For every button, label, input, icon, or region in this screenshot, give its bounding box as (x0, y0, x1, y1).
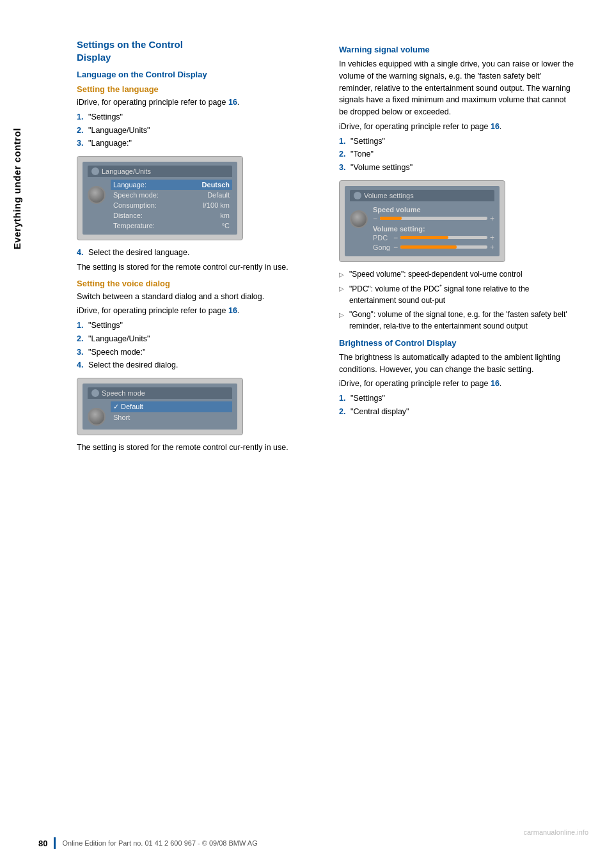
language-row-consumption: Consumption:l/100 km (111, 200, 232, 210)
gong-bar-row: Gong − + (373, 243, 494, 252)
voice-dialog-intro: Switch between a standard dialog and a s… (77, 291, 313, 303)
language-units-screen: Language/Units Language:Deutsch Speech m… (77, 156, 243, 240)
voice-step-4: 4.Select the desired dialog. (77, 359, 313, 371)
voice-dialog-steps-list: 1."Settings" 2."Language/Units" 3."Speec… (77, 320, 313, 371)
language-row-deutsch: Language:Deutsch (111, 180, 232, 190)
speed-volume-label: Speed volume (373, 206, 494, 213)
language-steps-list: 1."Settings" 2."Language/Units" 3."Langu… (77, 111, 313, 150)
screen1-title: Language/Units (102, 167, 151, 175)
language-step-3: 3."Language:" (77, 137, 313, 150)
language-row-speech: Speech mode:Default (111, 190, 232, 200)
language-row-distance: Distance:km (111, 210, 232, 221)
voice-dialog-idrive: iDrive, for operating principle refer to… (77, 305, 313, 317)
page-footer: 80 Online Edition for Part no. 01 41 2 6… (0, 837, 614, 849)
screen3-knob (350, 210, 368, 228)
page-number: 80 (38, 839, 47, 848)
setting-language-title: Setting the language (77, 84, 313, 94)
brightness-title: Brightness of Control Display (339, 338, 576, 348)
pdc-vol-bar (400, 236, 487, 239)
screen1-table: Language:Deutsch Speech mode:Default Con… (111, 180, 232, 231)
speech-mode-default: Default (111, 401, 232, 412)
stored-text-1: The setting is stored for the remote con… (77, 261, 313, 274)
warning-para1: In vehicles equipped with a single drive… (339, 58, 576, 118)
page-ref-language[interactable]: 16 (228, 98, 237, 107)
screen3-title: Volume settings (364, 192, 414, 199)
voice-dialog-title: Setting the voice dialog (77, 279, 313, 288)
page-ref-warning[interactable]: 16 (491, 122, 500, 131)
screen2-icon (91, 389, 99, 397)
page-ref-voice[interactable]: 16 (228, 306, 237, 315)
gong-vol-bar (400, 245, 487, 249)
section-title: Settings on the Control Display (77, 38, 313, 63)
gong-vol-minus: − (393, 243, 398, 252)
brightness-para: The brightness is automatically adapted … (339, 352, 576, 376)
speech-mode-screen: Speech mode Default Short (77, 378, 243, 435)
speed-volume-bar-row: − + (373, 214, 494, 223)
stored-text-2: The setting is stored for the remote con… (77, 442, 313, 454)
pdc-vol-minus: − (393, 233, 398, 242)
speed-vol-plus: + (490, 214, 494, 223)
brightness-idrive: iDrive, for operating principle refer to… (339, 378, 576, 390)
brightness-step-2: 2."Central display" (339, 406, 576, 418)
bullet-speed-volume: "Speed volume": speed-dependent vol-ume … (339, 268, 576, 280)
pdc-bar-row: PDC − + (373, 233, 494, 242)
pdc-label: PDC (373, 234, 391, 242)
language-row-temperature: Temperature:°C (111, 221, 232, 231)
speech-mode-short: Short (111, 412, 232, 422)
voice-step-2: 2."Language/Units" (77, 333, 313, 345)
screen2-knob (88, 408, 106, 426)
volume-setting-label: Volume setting: (373, 225, 494, 233)
warning-title: Warning signal volume (339, 45, 576, 54)
volume-bullets-list: "Speed volume": speed-dependent vol-ume … (339, 268, 576, 332)
warning-step-1: 1."Settings" (339, 136, 576, 148)
voice-step-3: 3."Speech mode:" (77, 346, 313, 359)
setting-language-intro: iDrive, for operating principle refer to… (77, 97, 313, 109)
bullet-gong: "Gong": volume of the signal tone, e.g. … (339, 309, 576, 332)
page-ref-brightness[interactable]: 16 (491, 379, 500, 388)
footer-bar (54, 837, 56, 849)
gong-label: Gong (373, 244, 391, 251)
speed-vol-minus: − (373, 214, 377, 223)
gong-vol-plus: + (490, 243, 494, 252)
screen3-icon (354, 192, 361, 199)
screen-knob (88, 186, 106, 204)
pdc-vol-plus: + (490, 233, 494, 242)
screen-icon (91, 167, 99, 175)
language-step-4: 4.Select the desired language. (77, 247, 313, 259)
voice-step-1: 1."Settings" (77, 320, 313, 332)
language-step-2: 2."Language/Units" (77, 125, 313, 137)
language-step-1: 1."Settings" (77, 111, 313, 123)
step4-list: 4.Select the desired language. (77, 247, 313, 259)
right-column: Warning signal volume In vehicles equipp… (339, 38, 576, 456)
warning-steps-list: 1."Settings" 2."Tone" 3."Volume settings… (339, 136, 576, 174)
bullet-pdc: "PDC": volume of the PDC* signal tone re… (339, 283, 576, 306)
screen2-title: Speech mode (102, 389, 145, 397)
subsection1-title: Language on the Control Display (77, 70, 313, 79)
speed-vol-bar (380, 217, 487, 220)
watermark: carmanualonline.info (523, 828, 588, 836)
warning-step-2: 2."Tone" (339, 148, 576, 160)
footer-text: Online Edition for Part no. 01 41 2 600 … (62, 839, 257, 847)
volume-settings-screen: Volume settings Speed volume − + (339, 180, 505, 262)
warning-idrive: iDrive, for operating principle refer to… (339, 121, 576, 133)
brightness-step-1: 1."Settings" (339, 392, 576, 405)
brightness-steps-list: 1."Settings" 2."Central display" (339, 392, 576, 418)
left-column: Settings on the Control Display Language… (77, 38, 313, 456)
warning-step-3: 3."Volume settings" (339, 162, 576, 174)
